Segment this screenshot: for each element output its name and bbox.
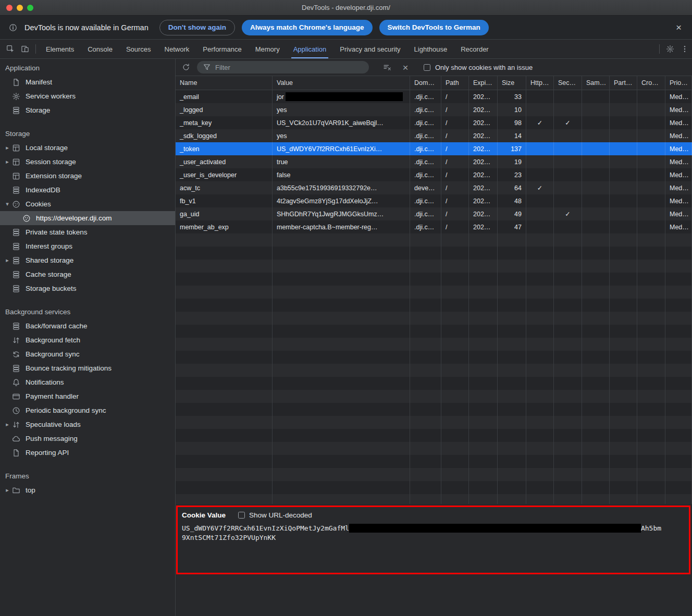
column-header-domain[interactable]: Dom… — [410, 76, 441, 90]
switch-to-german-button[interactable]: Switch DevTools to German — [379, 20, 489, 35]
cookie-row-sdk-logged[interactable]: _sdk_loggedyes.dji.c…/202…14Med… — [176, 129, 692, 142]
tab-recorder[interactable]: Recorder — [454, 40, 495, 58]
sidebar-item-push-messaging[interactable]: Push messaging — [0, 432, 175, 446]
close-window-button[interactable] — [6, 5, 13, 11]
cookie-row-acw-tc[interactable]: acw_tca3b55c9e17519936919332792e…deve…/2… — [176, 181, 692, 194]
tab-lighthouse[interactable]: Lighthouse — [407, 40, 454, 58]
sidebar-item-indexeddb[interactable]: IndexedDB — [0, 183, 175, 197]
sidebar-item-session-storage[interactable]: ▸Session storage — [0, 155, 175, 169]
column-header-http_only[interactable]: Http… — [526, 76, 554, 90]
zoom-window-button[interactable] — [27, 5, 33, 11]
dont-show-again-button[interactable]: Don't show again — [159, 20, 235, 35]
cookie-row-meta-key[interactable]: _meta_keyUS_VCk2o1U7qVAR91K_aiweBqjl….dj… — [176, 116, 692, 129]
clear-all-cookies-icon[interactable] — [380, 63, 394, 71]
column-header-path[interactable]: Path — [441, 76, 469, 90]
empty-cell — [441, 455, 469, 468]
delete-selected-cookie-icon[interactable]: × — [398, 63, 413, 72]
cell-expires: 202… — [469, 142, 498, 155]
sidebar-item-extension-storage[interactable]: Extension storage — [0, 169, 175, 183]
show-url-decoded-checkbox[interactable] — [238, 512, 245, 519]
sidebar-item-private-state-tokens[interactable]: Private state tokens — [0, 225, 175, 239]
database-icon — [11, 106, 21, 115]
column-header-size[interactable]: Size — [498, 76, 526, 90]
tab-memory[interactable]: Memory — [249, 40, 287, 58]
column-header-samesite[interactable]: Sam… — [582, 76, 610, 90]
inspect-icon[interactable] — [3, 40, 18, 58]
table-filler-row — [176, 260, 692, 273]
cookie-row-logged[interactable]: _loggedyes.dji.c…/202…10Med… — [176, 103, 692, 116]
kebab-menu-icon[interactable] — [677, 40, 692, 58]
chevron-right-icon[interactable]: ▸ — [3, 257, 11, 264]
cookie-row-fb-v1[interactable]: fb_v14t2agvSeGmz8YjSg17ddXeloJjZ….dji.c…… — [176, 194, 692, 207]
settings-gear-icon[interactable] — [663, 40, 677, 58]
tab-privacy-and-security[interactable]: Privacy and security — [333, 40, 407, 58]
cookie-filter-input[interactable]: Filter — [197, 61, 369, 73]
column-header-secure[interactable]: Sec… — [554, 76, 582, 90]
empty-cell — [441, 325, 469, 338]
column-header-partition[interactable]: Part… — [610, 76, 637, 90]
sidebar-item-storage[interactable]: Storage — [0, 103, 175, 117]
device-toolbar-icon[interactable] — [18, 40, 32, 58]
sidebar-item-speculative-loads[interactable]: ▸Speculative loads — [0, 417, 175, 432]
empty-cell — [637, 390, 665, 403]
sidebar-item-periodic-background-sync[interactable]: Periodic background sync — [0, 403, 175, 417]
sidebar-item-top[interactable]: ▸top — [0, 483, 175, 497]
empty-cell — [637, 403, 665, 416]
sidebar-item-manifest[interactable]: Manifest — [0, 75, 175, 89]
cookie-value-panel: Cookie Value Show URL-decoded US_dWDY6V7… — [176, 504, 692, 616]
minimize-window-button[interactable] — [17, 5, 23, 11]
sidebar-item-reporting-api[interactable]: Reporting API — [0, 446, 175, 460]
sidebar-item-storage-buckets[interactable]: Storage buckets — [0, 281, 175, 295]
empty-cell — [665, 429, 692, 442]
column-header-cross[interactable]: Cro… — [637, 76, 665, 90]
close-notification-icon[interactable]: × — [674, 22, 684, 32]
chevron-down-icon[interactable]: ▾ — [3, 201, 11, 207]
tab-performance[interactable]: Performance — [196, 40, 248, 58]
table-filler-row — [176, 233, 692, 247]
chevron-right-icon[interactable]: ▸ — [3, 158, 11, 165]
sidebar-item-cookies[interactable]: ▾Cookies — [0, 197, 175, 211]
tab-elements[interactable]: Elements — [39, 40, 81, 58]
cookie-row-member-ab-exp[interactable]: member_ab_expmember-captcha.B~member-reg… — [176, 220, 692, 233]
sidebar-item-payment-handler[interactable]: Payment handler — [0, 389, 175, 403]
sidebar-item-interest-groups[interactable]: Interest groups — [0, 239, 175, 253]
tab-application[interactable]: Application — [287, 40, 333, 58]
empty-cell — [469, 286, 498, 299]
sidebar-item-shared-storage[interactable]: ▸Shared storage — [0, 253, 175, 267]
cookie-row-ga-uid[interactable]: ga_uidSHhGDhR7Yq1JwgRJMGGksUmz….dji.c…/2… — [176, 207, 692, 220]
sidebar-item-https-developer-dji-com[interactable]: https://developer.dji.com — [0, 211, 175, 225]
cookie-row-email[interactable]: _emailjor.dji.c…/202…33Med… — [176, 90, 692, 103]
chevron-right-icon[interactable]: ▸ — [3, 144, 11, 151]
issue-filter-checkbox[interactable] — [424, 64, 430, 71]
tab-sources[interactable]: Sources — [119, 40, 158, 58]
cell-name: _logged — [176, 103, 273, 116]
cell-priority: Med… — [665, 207, 692, 220]
sidebar-item-notifications[interactable]: Notifications — [0, 375, 175, 389]
empty-cell — [176, 494, 273, 504]
sidebar-item-bounce-tracking-mitigations[interactable]: Bounce tracking mitigations — [0, 361, 175, 375]
cookie-row-token[interactable]: _tokenUS_dWDY6V7f2RRCxh61EvnIzXi….dji.c…… — [176, 142, 692, 155]
column-header-name[interactable]: Name — [176, 76, 273, 90]
cookie-row-user-is-developer[interactable]: _user_is_developerfalse.dji.c…/202…23Med… — [176, 168, 692, 181]
sidebar-item-background-fetch[interactable]: Background fetch — [0, 333, 175, 347]
column-header-value[interactable]: Value — [273, 76, 410, 90]
sidebar-item-local-storage[interactable]: ▸Local storage — [0, 141, 175, 155]
cookie-row-user-activated[interactable]: _user_activatedtrue.dji.c…/202…19Med… — [176, 155, 692, 168]
refresh-icon[interactable] — [179, 63, 193, 71]
sidebar-item-back-forward-cache[interactable]: Back/forward cache — [0, 319, 175, 333]
tab-network[interactable]: Network — [158, 40, 196, 58]
match-language-button[interactable]: Always match Chrome's language — [242, 20, 373, 35]
column-header-priority[interactable]: Prio… — [665, 76, 692, 90]
sidebar-item-cache-storage[interactable]: Cache storage — [0, 267, 175, 281]
cell-priority: Med… — [665, 129, 692, 142]
sidebar-item-service-workers[interactable]: Service workers — [0, 89, 175, 103]
column-header-expires[interactable]: Expi… — [469, 76, 498, 90]
chevron-right-icon[interactable]: ▸ — [3, 487, 11, 494]
sidebar-item-background-sync[interactable]: Background sync — [0, 347, 175, 361]
tab-console[interactable]: Console — [81, 40, 119, 58]
empty-cell — [410, 481, 441, 494]
chevron-right-icon[interactable]: ▸ — [3, 421, 11, 428]
empty-cell — [176, 364, 273, 377]
empty-cell — [554, 455, 582, 468]
empty-cell — [441, 260, 469, 273]
